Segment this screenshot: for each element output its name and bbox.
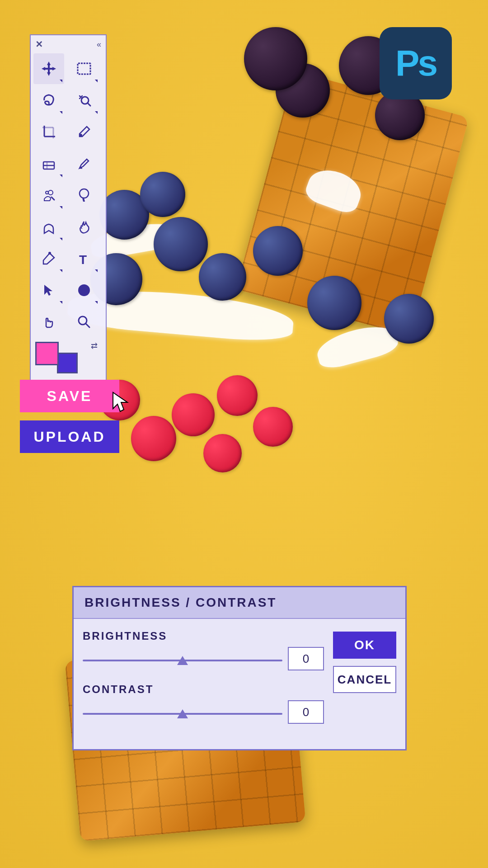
bc-ok-button[interactable]: OK (333, 632, 396, 659)
tool-lasso[interactable] (33, 85, 64, 116)
tool-ellipse[interactable] (69, 275, 99, 306)
tool-marquee[interactable] (69, 53, 99, 84)
tool-dodge[interactable] (33, 212, 64, 242)
contrast-slider-track[interactable] (83, 713, 282, 715)
tool-eraser[interactable] (33, 148, 64, 179)
svg-point-13 (48, 190, 53, 195)
upload-button[interactable]: UPLOAD (20, 420, 119, 453)
contrast-slider-container[interactable] (83, 709, 282, 715)
toolbar-panel: ✕ « (30, 34, 107, 391)
tool-move[interactable] (33, 53, 64, 84)
bc-dialog: BRIGHTNESS / CONTRAST BRIGHTNESS 0 CONTR… (72, 586, 407, 750)
toolbar-close-button[interactable]: ✕ (35, 39, 43, 50)
brightness-row: BRIGHTNESS 0 (83, 630, 324, 670)
svg-point-7 (80, 134, 82, 137)
brightness-input-row: 0 (83, 647, 324, 670)
tool-crop[interactable] (33, 117, 64, 147)
bc-cancel-button[interactable]: CANCEL (333, 666, 396, 693)
brightness-slider-thumb (177, 656, 188, 665)
tool-clone-stamp[interactable] (33, 180, 64, 211)
contrast-input-row: 0 (83, 700, 324, 724)
bc-controls: BRIGHTNESS 0 CONTRAST (83, 630, 324, 736)
contrast-label: CONTRAST (83, 683, 324, 696)
svg-rect-0 (78, 63, 90, 74)
tool-pen[interactable] (33, 243, 64, 274)
svg-point-17 (78, 284, 90, 296)
bc-dialog-buttons: OK CANCEL (333, 630, 396, 736)
tool-arrow-select[interactable] (33, 275, 64, 306)
tool-type[interactable]: T (69, 243, 99, 274)
brightness-value[interactable]: 0 (288, 647, 324, 670)
svg-point-15 (48, 252, 51, 255)
contrast-value[interactable]: 0 (288, 700, 324, 724)
contrast-slider-thumb (177, 709, 188, 718)
tool-smudge[interactable] (69, 180, 99, 211)
tool-zoom[interactable] (69, 307, 99, 337)
svg-line-2 (88, 103, 90, 106)
foreground-color-swatch[interactable] (35, 342, 59, 365)
ps-logo-text: Ps (395, 42, 436, 84)
brightness-label: BRIGHTNESS (83, 630, 324, 642)
ps-logo: Ps (380, 27, 452, 99)
tool-hand[interactable] (33, 307, 64, 337)
color-swatches: ⇄ (31, 337, 106, 371)
tool-eyedropper[interactable] (69, 117, 99, 147)
save-button[interactable]: SAVE (20, 380, 119, 412)
svg-text:T: T (79, 253, 87, 267)
bc-dialog-body: BRIGHTNESS 0 CONTRAST (74, 619, 405, 749)
swap-colors-button[interactable]: ⇄ (91, 341, 98, 351)
svg-point-14 (80, 189, 89, 198)
tool-burn[interactable] (69, 212, 99, 242)
toolbar-header: ✕ « (31, 39, 106, 53)
toolbar-grid: T (31, 53, 106, 337)
brightness-slider-container[interactable] (83, 656, 282, 661)
background-color-swatch[interactable] (57, 353, 78, 373)
brightness-slider-track[interactable] (83, 660, 282, 661)
bc-dialog-title: BRIGHTNESS / CONTRAST (74, 587, 405, 619)
contrast-row: CONTRAST 0 (83, 683, 324, 724)
tool-quick-select[interactable] (69, 85, 99, 116)
svg-line-20 (86, 324, 89, 327)
tool-pencil[interactable] (69, 148, 99, 179)
toolbar-collapse-button[interactable]: « (97, 40, 101, 49)
